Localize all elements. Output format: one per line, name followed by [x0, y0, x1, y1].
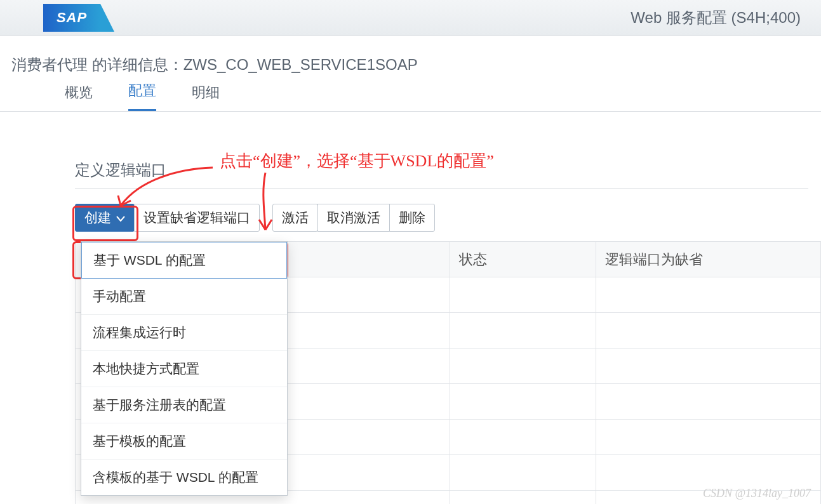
activate-button[interactable]: 激活	[272, 204, 318, 232]
deactivate-button[interactable]: 取消激活	[317, 204, 390, 232]
menu-item-template-config[interactable]: 基于模板的配置	[81, 423, 287, 460]
watermark: CSDN @1314lay_1007	[703, 487, 811, 500]
menu-item-service-registry[interactable]: 基于服务注册表的配置	[81, 387, 287, 423]
set-default-port-button[interactable]: 设置缺省逻辑端口	[134, 204, 260, 232]
tab-overview[interactable]: 概览	[65, 83, 93, 111]
menu-item-manual-config[interactable]: 手动配置	[81, 279, 287, 315]
app-root: SAP Web 服务配置 (S4H;400) 消费者代理 的详细信息：ZWS_C…	[0, 0, 821, 504]
col-header-1[interactable]: 状态	[450, 242, 596, 277]
menu-item-template-wsdl[interactable]: 含模板的基于 WSDL 的配置	[81, 460, 287, 495]
toolbar-group-activate: 激活 取消激活 删除	[272, 204, 435, 232]
create-button-label: 创建	[84, 209, 111, 227]
annotation-text: 点击“创建”，选择“基于WSDL的配置”	[220, 150, 494, 172]
page-title: 消费者代理 的详细信息：ZWS_CO_WEB_SERVICE1SOAP	[0, 36, 821, 81]
menu-item-wsdl-config[interactable]: 基于 WSDL 的配置	[81, 242, 287, 279]
tab-detail[interactable]: 明细	[192, 83, 220, 111]
menu-item-local-shortcut[interactable]: 本地快捷方式配置	[81, 351, 287, 387]
delete-button[interactable]: 删除	[389, 204, 435, 232]
toolbar-group-create: 创建 设置缺省逻辑端口	[75, 204, 260, 232]
sap-logo: SAP	[43, 4, 100, 32]
shell-header: SAP Web 服务配置 (S4H;400)	[0, 0, 821, 36]
tab-config[interactable]: 配置	[128, 81, 156, 111]
chevron-down-icon	[116, 210, 125, 225]
create-dropdown-menu: 基于 WSDL 的配置 手动配置 流程集成运行时 本地快捷方式配置 基于服务注册…	[81, 241, 288, 496]
col-header-2[interactable]: 逻辑端口为缺省	[596, 242, 821, 277]
toolbar: 创建 设置缺省逻辑端口 激活 取消激活 删除	[0, 204, 821, 232]
shell-title: Web 服务配置 (S4H;400)	[631, 8, 801, 28]
create-button[interactable]: 创建	[75, 204, 135, 232]
menu-item-process-integration[interactable]: 流程集成运行时	[81, 315, 287, 351]
tabstrip: 概览 配置 明细	[0, 81, 821, 112]
